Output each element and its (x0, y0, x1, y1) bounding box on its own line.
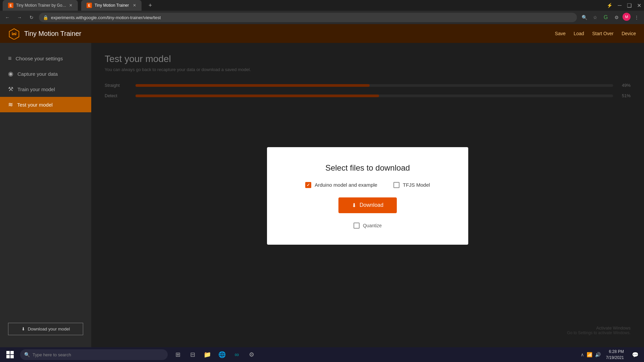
browser-tab-1[interactable]: E Tiny Motion Trainer by Google C... ✕ (3, 0, 78, 11)
option-arduino[interactable]: Arduino model and example (305, 182, 377, 188)
save-button[interactable]: Save (555, 31, 566, 36)
load-button[interactable]: Load (574, 31, 584, 36)
gear-taskbar-icon[interactable]: ⚙ (246, 349, 258, 361)
main-layout: ≡ Choose your settings ◉ Capture your da… (0, 43, 644, 349)
back-button[interactable]: ← (3, 13, 12, 22)
extensions-icon[interactable]: G (601, 13, 610, 22)
menu-icon[interactable]: ⋮ (632, 13, 641, 22)
profile-icon[interactable]: M (623, 13, 631, 21)
modal-title: Select files to download (325, 163, 410, 173)
clock-time: 6:28 PM (606, 349, 624, 355)
download-button-label: Download (360, 202, 383, 208)
file-explorer-icon[interactable]: 📁 (201, 349, 213, 361)
sidebar-item-test[interactable]: ≋ Test your model (0, 97, 91, 112)
download-model-button[interactable]: ⬇ Download your model (8, 323, 83, 335)
test-nav-icon: ≋ (8, 101, 13, 108)
modal-dialog: Select files to download Arduino model a… (267, 147, 468, 245)
device-button[interactable]: Device (622, 31, 636, 36)
app-title: Tiny Motion Trainer (24, 30, 81, 38)
taskbar-search-placeholder: Type here to search (33, 352, 71, 357)
clock-date: 7/19/2021 (606, 355, 624, 361)
address-bar-actions: 🔍 ☆ G ⚙ M ⋮ (580, 13, 641, 22)
refresh-button[interactable]: ↻ (27, 13, 36, 22)
header-actions: Save Load Start Over Device (555, 31, 636, 36)
app-logo: Tiny Motion Trainer (8, 27, 81, 40)
tab2-favicon: E (87, 3, 92, 8)
quantize-checkbox[interactable] (354, 223, 360, 229)
sidebar-item-settings-label: Choose your settings (16, 56, 63, 61)
speaker-icon[interactable]: 🔊 (595, 352, 601, 357)
chrome-icon[interactable]: 🌐 (216, 349, 228, 361)
settings-icon[interactable]: ⚙ (612, 13, 621, 22)
tab2-close[interactable]: ✕ (133, 3, 136, 8)
close-button[interactable]: ✕ (637, 2, 641, 9)
system-tray: ∧ 📶 🔊 (581, 352, 601, 357)
taskbar: 🔍 Type here to search ⊞ ⊟ 📁 🌐 ∞ ⚙ ∧ 📶 🔊 … (0, 347, 644, 362)
quantize-label: Quantize (363, 223, 382, 228)
tensorflow-logo (8, 27, 20, 40)
download-button-icon (352, 202, 356, 208)
download-model-label: Download your model (28, 326, 70, 331)
tfjs-checkbox[interactable] (393, 182, 399, 188)
app-header: Tiny Motion Trainer Save Load Start Over… (0, 24, 644, 43)
tab2-label: Tiny Motion Trainer (95, 3, 129, 8)
app-container: Tiny Motion Trainer Save Load Start Over… (0, 24, 644, 349)
tray-up-icon[interactable]: ∧ (581, 352, 584, 357)
new-tab-button[interactable]: + (145, 0, 156, 11)
modal-overlay: Select files to download Arduino model a… (91, 43, 644, 349)
tab1-label: Tiny Motion Trainer by Google C... (16, 3, 66, 8)
modal-options: Arduino model and example TFJS Model (305, 182, 430, 188)
tab1-favicon: E (8, 3, 13, 8)
taskbar-right: ∧ 📶 🔊 6:28 PM 7/19/2021 💬 (575, 349, 641, 361)
wifi-icon[interactable]: 📶 (587, 352, 592, 357)
notification-button[interactable]: 💬 (629, 349, 641, 361)
minimize-button[interactable]: ─ (618, 2, 622, 8)
taskbar-icons: ⊞ ⊟ 📁 🌐 ∞ ⚙ (172, 349, 258, 361)
sidebar: ≡ Choose your settings ◉ Capture your da… (0, 43, 91, 349)
arduino-label: Arduino model and example (315, 182, 377, 188)
url-text: experiments.withgoogle.com/tiny-motion-t… (51, 15, 161, 20)
task-view-icon[interactable]: ⊞ (172, 349, 184, 361)
download-button[interactable]: Download (338, 197, 397, 213)
arduino-checkbox[interactable] (305, 182, 311, 188)
sidebar-item-train-label: Train your model (17, 86, 55, 92)
maximize-button[interactable]: ❑ (627, 2, 632, 9)
bluetooth-icon: ⚡ (607, 3, 612, 8)
sidebar-bottom: ⬇ Download your model (0, 317, 91, 341)
tab1-close[interactable]: ✕ (69, 3, 72, 8)
train-nav-icon: ⚒ (8, 85, 13, 93)
start-button[interactable] (3, 347, 17, 362)
windows-icon (6, 351, 14, 358)
url-bar[interactable]: 🔒 experiments.withgoogle.com/tiny-motion… (39, 13, 577, 22)
forward-button[interactable]: → (15, 13, 24, 22)
capture-nav-icon: ◉ (8, 70, 13, 77)
bookmark-icon[interactable]: ☆ (590, 13, 600, 22)
taskbar-search[interactable]: 🔍 Type here to search (20, 349, 168, 360)
sidebar-item-settings[interactable]: ≡ Choose your settings (0, 51, 91, 66)
quantize-row[interactable]: Quantize (354, 223, 382, 229)
widgets-icon[interactable]: ⊟ (186, 349, 199, 361)
title-bar: E Tiny Motion Trainer by Google C... ✕ E… (0, 0, 644, 11)
address-bar: ← → ↻ 🔒 experiments.withgoogle.com/tiny-… (0, 11, 644, 24)
taskbar-clock[interactable]: 6:28 PM 7/19/2021 (606, 349, 624, 361)
search-icon[interactable]: 🔍 (580, 13, 589, 22)
taskbar-search-icon: 🔍 (24, 352, 30, 357)
option-tfjs[interactable]: TFJS Model (393, 182, 430, 188)
lock-icon: 🔒 (43, 15, 48, 20)
tfjs-label: TFJS Model (403, 182, 430, 188)
browser-tab-2[interactable]: E Tiny Motion Trainer ✕ (81, 0, 142, 11)
start-over-button[interactable]: Start Over (592, 31, 613, 36)
arduino-icon[interactable]: ∞ (231, 349, 243, 361)
browser-chrome: E Tiny Motion Trainer by Google C... ✕ E… (0, 0, 644, 24)
sidebar-item-capture-label: Capture your data (17, 71, 58, 77)
sidebar-item-test-label: Test your model (17, 102, 53, 108)
settings-nav-icon: ≡ (8, 55, 12, 62)
main-content: Test your model You can always go back t… (91, 43, 644, 349)
sidebar-item-train[interactable]: ⚒ Train your model (0, 81, 91, 97)
sidebar-item-capture[interactable]: ◉ Capture your data (0, 66, 91, 81)
download-model-icon: ⬇ (21, 326, 25, 331)
